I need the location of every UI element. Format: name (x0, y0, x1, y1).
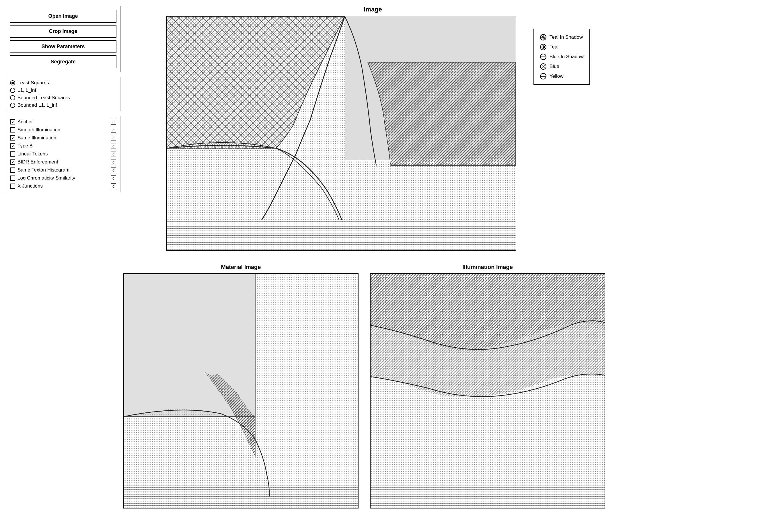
main-image-title: Image (201, 6, 545, 13)
checkbox-item-log-chroma: Log Chromaticity Similarity c (10, 175, 116, 181)
checkbox-item-bidr: BIDR Enforcement c (10, 159, 116, 165)
legend-box: Teal In Shadow Teal Blue In Shadow Blue … (533, 29, 590, 85)
radio-label-least-squares: Least Squares (18, 80, 49, 86)
left-panel: Open Image Crop Image Show Parameters Se… (6, 6, 121, 192)
checkbox-linear-tokens[interactable] (10, 151, 15, 157)
checkbox-label-same-illumination: Same Illumination (18, 135, 56, 141)
c-badge-same-texton[interactable]: c (111, 167, 116, 173)
c-badge-bidr[interactable]: c (111, 159, 116, 165)
radio-item-least-squares[interactable]: Least Squares (10, 80, 116, 86)
radio-label-l1: L1, L_inf (18, 88, 36, 93)
checkbox-x-junctions[interactable] (10, 184, 15, 189)
material-image-container (123, 273, 358, 508)
checkbox-item-smooth-illumination: Smooth Illumination c (10, 127, 116, 133)
segregate-button[interactable]: Segregate (10, 55, 117, 68)
legend-item-blue: Blue (540, 63, 584, 70)
checkbox-smooth-illumination[interactable] (10, 127, 15, 132)
c-badge-smooth-illumination[interactable]: c (111, 127, 116, 133)
legend-item-teal: Teal (540, 43, 584, 51)
c-badge-anchor[interactable]: c (111, 119, 116, 125)
checkbox-item-same-illumination: Same Illumination c (10, 135, 116, 141)
illumination-image-wrap: Illumination Image (370, 264, 605, 508)
legend-item-yellow: Yellow (540, 73, 584, 80)
radio-item-bounded-ls[interactable]: Bounded Least Squares (10, 95, 116, 101)
teal-icon (540, 43, 547, 51)
radio-item-bounded-l1[interactable]: Bounded L1, L_inf (10, 102, 116, 108)
svg-point-17 (543, 46, 544, 48)
c-badge-log-chroma[interactable]: c (111, 175, 116, 181)
cb-left-anchor: Anchor (10, 119, 33, 125)
material-image-svg (124, 274, 358, 508)
checkbox-label-linear-tokens: Linear Tokens (18, 151, 48, 157)
checkbox-label-type-b: Type B (18, 143, 33, 149)
checkbox-label-bidr: BIDR Enforcement (18, 159, 58, 165)
teal-in-shadow-icon (540, 34, 547, 41)
legend-label-teal: Teal (550, 44, 558, 50)
blue-icon (540, 63, 547, 70)
c-badge-x-junctions[interactable]: c (111, 183, 116, 189)
radio-item-l1[interactable]: L1, L_inf (10, 88, 116, 93)
radio-circle-least-squares (10, 80, 15, 86)
radio-label-bounded-ls: Bounded Least Squares (18, 95, 70, 101)
radio-group: Least Squares L1, L_inf Bounded Least Sq… (6, 77, 121, 111)
material-image-wrap: Material Image (123, 264, 358, 508)
cb-left-log-chroma: Log Chromaticity Similarity (10, 175, 75, 181)
illumination-image-container: Shadow Penumbra Illumination (370, 273, 605, 508)
radio-label-bounded-l1: Bounded L1, L_inf (18, 102, 57, 108)
cb-left-type-b: Type B (10, 143, 33, 149)
legend-label-blue: Blue (550, 64, 559, 69)
legend-label-teal-shadow: Teal In Shadow (550, 34, 583, 40)
checkbox-same-texton[interactable] (10, 167, 15, 173)
radio-circle-bounded-ls (10, 95, 15, 100)
cb-left-x-junctions: X Junctions (10, 183, 43, 189)
yellow-icon (540, 73, 547, 80)
show-parameters-button[interactable]: Show Parameters (10, 40, 117, 53)
cb-left-same-illumination: Same Illumination (10, 135, 56, 141)
svg-rect-8 (167, 220, 516, 250)
checkbox-group: Anchor c Smooth Illumination c Same Illu… (6, 116, 121, 192)
checkbox-item-type-b: Type B c (10, 143, 116, 149)
checkbox-label-x-junctions: X Junctions (18, 183, 43, 189)
checkbox-label-smooth-illumination: Smooth Illumination (18, 127, 60, 133)
c-badge-type-b[interactable]: c (111, 143, 116, 149)
checkbox-type-b[interactable] (10, 144, 15, 149)
checkbox-bidr[interactable] (10, 159, 15, 165)
cb-left-same-texton: Same Texton Histogram (10, 167, 69, 173)
legend-label-blue-shadow: Blue In Shadow (550, 54, 584, 60)
legend-item-teal-shadow: Teal In Shadow (540, 34, 584, 41)
radio-circle-l1 (10, 88, 15, 93)
checkbox-item-same-texton: Same Texton Histogram c (10, 167, 116, 173)
main-image-container (166, 16, 516, 251)
svg-rect-9 (339, 160, 516, 220)
crop-image-button[interactable]: Crop Image (10, 25, 117, 38)
c-badge-linear-tokens[interactable]: c (111, 151, 116, 157)
blue-in-shadow-icon (540, 53, 547, 60)
main-image-svg (167, 17, 516, 250)
checkbox-same-illumination[interactable] (10, 135, 15, 140)
cb-left-smooth-illumination: Smooth Illumination (10, 127, 60, 133)
checkbox-item-anchor: Anchor c (10, 119, 116, 125)
open-image-button[interactable]: Open Image (10, 10, 117, 23)
cb-left-bidr: BIDR Enforcement (10, 159, 58, 165)
checkbox-label-same-texton: Same Texton Histogram (18, 167, 69, 173)
checkbox-label-log-chroma: Log Chromaticity Similarity (18, 175, 75, 181)
c-badge-same-illumination[interactable]: c (111, 135, 116, 141)
illumination-image-title: Illumination Image (462, 264, 513, 271)
illumination-image-svg (371, 274, 605, 508)
checkbox-label-anchor: Anchor (18, 119, 33, 125)
radio-circle-bounded-l1 (10, 103, 15, 108)
checkbox-item-x-junctions: X Junctions c (10, 183, 116, 189)
bottom-row: Material Image (123, 264, 777, 508)
legend-label-yellow: Yellow (550, 73, 564, 79)
checkbox-log-chroma[interactable] (10, 176, 15, 181)
checkbox-anchor[interactable] (10, 119, 15, 124)
legend-item-blue-shadow: Blue In Shadow (540, 53, 584, 60)
cb-left-linear-tokens: Linear Tokens (10, 151, 48, 157)
svg-rect-32 (124, 485, 358, 508)
material-image-title: Material Image (221, 264, 261, 271)
svg-rect-40 (371, 485, 605, 508)
checkbox-item-linear-tokens: Linear Tokens c (10, 151, 116, 157)
button-group: Open Image Crop Image Show Parameters Se… (6, 6, 121, 72)
